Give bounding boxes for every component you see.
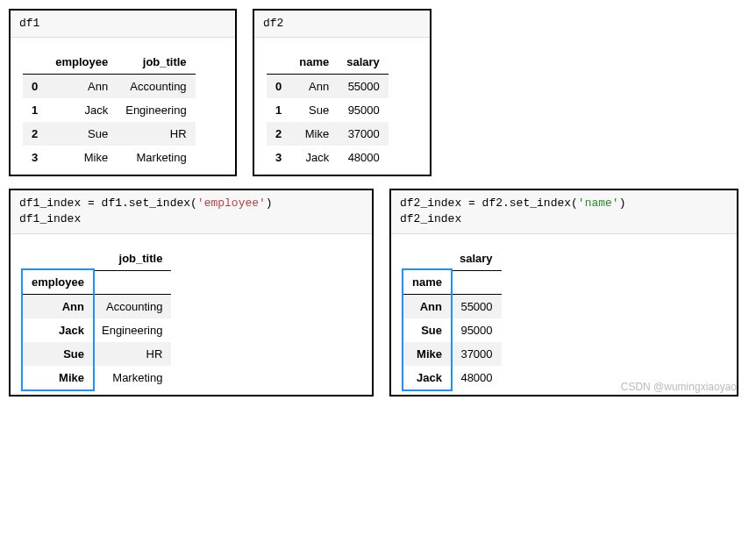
col-job-title: job_title — [117, 50, 195, 75]
col-name: name — [290, 50, 338, 75]
cell: 55000 — [338, 75, 389, 99]
blank — [93, 270, 171, 295]
output-df1: employee job_title 0 Ann Accounting 1 Ja… — [11, 38, 235, 175]
code-text: df1 — [19, 17, 39, 30]
cell: Jack — [290, 146, 338, 169]
table-row: 2 Sue HR — [23, 122, 196, 146]
output-df1-index: job_title employee Ann Accounting Jack E… — [11, 234, 372, 396]
table-row: 3 Jack 48000 — [267, 146, 389, 169]
table-row: Sue HR — [23, 342, 171, 366]
table-row: Sue 95000 — [403, 318, 502, 342]
row-index: 0 — [23, 75, 46, 99]
code-cell-df2: df2 — [254, 11, 430, 38]
panel-df1-index: df1_index = df1.set_index('employee') df… — [9, 189, 374, 397]
panel-df2-index: df2_index = df2.set_index('name') df2_in… — [389, 189, 738, 397]
row-index: 2 — [267, 122, 290, 146]
corner-blank — [267, 50, 290, 75]
row-index: 3 — [267, 146, 290, 169]
panel-df1: df1 employee job_title 0 Ann Accounting — [9, 9, 237, 176]
cell: 37000 — [338, 122, 389, 146]
code-text: df1_index = df1.set_index( — [19, 196, 197, 210]
row-label: Sue — [23, 342, 93, 366]
corner-blank — [403, 246, 451, 271]
cell: Accounting — [117, 75, 195, 99]
cell: 95000 — [338, 98, 389, 122]
corner-blank — [23, 246, 93, 271]
cell: Engineering — [93, 318, 171, 342]
col-salary: salary — [451, 246, 502, 271]
table-row: 0 Ann Accounting — [23, 75, 196, 99]
row-label: Mike — [403, 342, 451, 366]
col-salary: salary — [338, 50, 389, 75]
code-text: ) — [266, 196, 273, 210]
table-row: Mike 37000 — [403, 342, 502, 366]
code-cell-df1: df1 — [11, 11, 235, 38]
cell: 48000 — [338, 146, 389, 169]
panel-df2: df2 name salary 0 Ann 55000 — [253, 9, 431, 176]
table-row: 2 Mike 37000 — [267, 122, 389, 146]
row-index: 1 — [267, 98, 290, 122]
blank — [451, 270, 502, 295]
row-index: 0 — [267, 75, 290, 99]
cell: 95000 — [451, 318, 502, 342]
row-index: 2 — [23, 122, 46, 146]
col-job-title: job_title — [93, 246, 171, 271]
table-df1: employee job_title 0 Ann Accounting 1 Ja… — [23, 50, 196, 169]
row-label: Jack — [23, 318, 93, 342]
code-text: df2_index — [400, 212, 461, 225]
cell: Ann — [290, 75, 338, 99]
table-row: Mike Marketing — [23, 366, 171, 389]
corner-blank — [23, 50, 46, 75]
cell: Mike — [46, 146, 117, 169]
code-text: ) — [619, 196, 626, 210]
table-df1-index: job_title employee Ann Accounting Jack E… — [23, 246, 171, 390]
code-string: 'employee' — [197, 196, 266, 210]
cell: Accounting — [93, 295, 171, 319]
cell: 37000 — [451, 342, 502, 366]
table-row: Ann Accounting — [23, 295, 171, 319]
table-df2: name salary 0 Ann 55000 1 Sue 95000 — [267, 50, 389, 169]
code-text: df2_index = df2.set_index( — [400, 196, 578, 210]
code-string: 'name' — [578, 196, 619, 210]
cell: Ann — [46, 75, 117, 99]
table-df2-index: salary name Ann 55000 Sue 95000 — [403, 246, 502, 390]
table-row: Jack 48000 — [403, 366, 502, 389]
table-row: 0 Ann 55000 — [267, 75, 389, 99]
row-index: 3 — [23, 146, 46, 169]
cell: Marketing — [93, 366, 171, 389]
row-index: 1 — [23, 98, 46, 122]
index-name: name — [403, 270, 451, 295]
cell: Sue — [290, 98, 338, 122]
index-name: employee — [23, 270, 93, 295]
watermark: CSDN @wumingxiaoyao — [621, 381, 737, 393]
row-label: Ann — [23, 295, 93, 319]
cell: Jack — [46, 98, 117, 122]
table-row: 3 Mike Marketing — [23, 146, 196, 169]
output-df2-index: salary name Ann 55000 Sue 95000 — [391, 234, 737, 396]
cell: 48000 — [451, 366, 502, 389]
cell: 55000 — [451, 295, 502, 319]
table-row: Jack Engineering — [23, 318, 171, 342]
col-employee: employee — [46, 50, 117, 75]
row-label: Sue — [403, 318, 451, 342]
table-row: Ann 55000 — [403, 295, 502, 319]
cell: HR — [117, 122, 195, 146]
cell: Sue — [46, 122, 117, 146]
code-text: df2 — [263, 17, 283, 30]
code-cell-df2-index: df2_index = df2.set_index('name') df2_in… — [391, 190, 737, 233]
table-row: 1 Jack Engineering — [23, 98, 196, 122]
row-label: Jack — [403, 366, 451, 389]
cell: HR — [93, 342, 171, 366]
output-df2: name salary 0 Ann 55000 1 Sue 95000 — [254, 38, 430, 175]
code-cell-df1-index: df1_index = df1.set_index('employee') df… — [11, 190, 372, 233]
table-row: 1 Sue 95000 — [267, 98, 389, 122]
row-label: Ann — [403, 295, 451, 319]
code-text: df1_index — [19, 212, 81, 225]
cell: Marketing — [117, 146, 195, 169]
row-label: Mike — [23, 366, 93, 389]
cell: Engineering — [117, 98, 195, 122]
cell: Mike — [290, 122, 338, 146]
